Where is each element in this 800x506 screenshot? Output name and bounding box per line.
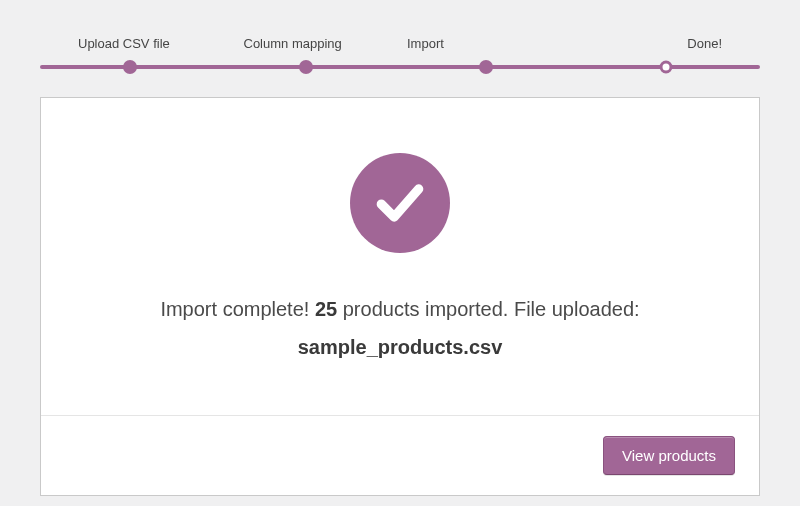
view-products-button[interactable]: View products	[603, 436, 735, 475]
stepper-track	[40, 65, 760, 69]
imported-count: 25	[315, 298, 337, 320]
progress-stepper: Upload CSV file Column mapping Import Do…	[40, 36, 760, 69]
step-label-done: Done!	[565, 36, 761, 51]
step-label-import: Import	[401, 36, 565, 51]
step-label-upload: Upload CSV file	[40, 36, 236, 51]
step-dot-done	[660, 61, 673, 74]
import-complete-message: Import complete! 25 products imported. F…	[81, 291, 719, 365]
import-result-card: Import complete! 25 products imported. F…	[40, 97, 760, 496]
uploaded-filename: sample_products.csv	[81, 329, 719, 365]
step-dot-upload	[123, 60, 137, 74]
step-dot-mapping	[299, 60, 313, 74]
step-label-mapping: Column mapping	[236, 36, 402, 51]
step-dot-import	[479, 60, 493, 74]
message-prefix: Import complete!	[160, 298, 315, 320]
message-mid: products imported. File uploaded:	[337, 298, 639, 320]
card-footer: View products	[41, 415, 759, 495]
check-circle-icon	[350, 153, 450, 253]
